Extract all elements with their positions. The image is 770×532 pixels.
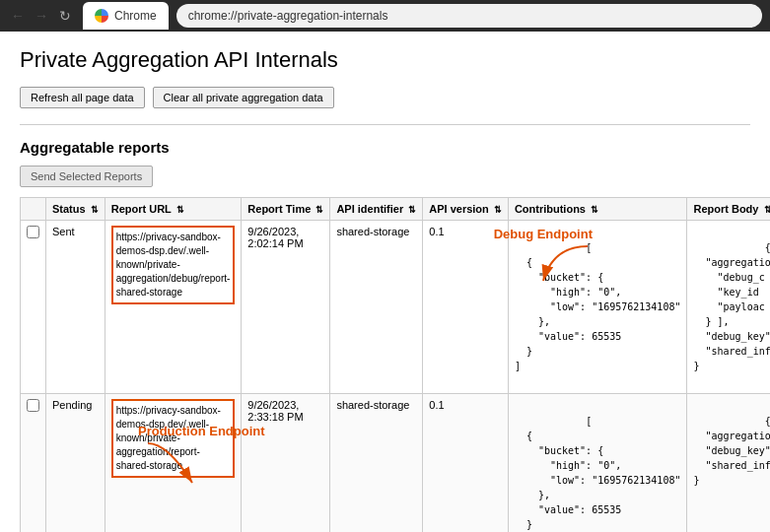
row1-contributions: [ { "bucket": { "high": "0", "low": "169… <box>508 221 687 394</box>
page-title: Private Aggregation API Internals <box>20 47 750 73</box>
row1-time: 9/26/2023, 2:02:14 PM <box>242 221 330 394</box>
reports-table-wrapper: Debug Endpoint Status ⇅ <box>20 197 750 532</box>
col-body[interactable]: Report Body ⇅ <box>687 198 770 221</box>
browser-chrome: ← → ↻ Chrome chrome://private-aggregatio… <box>0 0 770 32</box>
row1-url: https://privacy-sandbox-demos-dsp.dev/.w… <box>105 221 242 394</box>
sort-arrow-api-id: ⇅ <box>408 205 416 215</box>
row1-api-ver: 0.1 <box>423 221 509 394</box>
row2-body: { "aggregatio "debug_key" "shared_inf } <box>687 394 770 533</box>
sort-arrow-body: ⇅ <box>764 205 770 215</box>
table-row: Sent https://privacy-sandbox-demos-dsp.d… <box>21 221 771 394</box>
col-checkbox <box>21 198 46 221</box>
row2-api-ver: 0.1 <box>423 394 509 533</box>
row2-status: Pending <box>46 394 105 533</box>
sort-arrow-api-ver: ⇅ <box>494 205 502 215</box>
refresh-button[interactable]: ↻ <box>55 6 75 26</box>
tab-title: Chrome <box>114 9 157 23</box>
row2-checkbox[interactable] <box>27 399 39 412</box>
col-api-id[interactable]: API identifier ⇅ <box>330 198 423 221</box>
row1-checkbox-cell[interactable] <box>21 221 46 394</box>
sort-arrow-contributions: ⇅ <box>591 205 598 215</box>
col-contributions[interactable]: Contributions ⇅ <box>508 198 687 221</box>
col-api-ver[interactable]: API version ⇅ <box>423 198 509 221</box>
nav-buttons: ← → ↻ <box>8 6 75 26</box>
row1-body: { "aggregatio "debug_c "key_id "payloac … <box>687 221 770 394</box>
page-content: Private Aggregation API Internals Refres… <box>0 32 770 532</box>
row2-url: https://privacy-sandbox-demos-dsp.dev/.w… <box>105 394 242 533</box>
row1-url-box: https://privacy-sandbox-demos-dsp.dev/.w… <box>111 226 236 304</box>
clear-data-button[interactable]: Clear all private aggregation data <box>153 87 334 108</box>
toolbar: Refresh all page data Clear all private … <box>20 87 750 108</box>
row1-status: Sent <box>46 221 105 394</box>
back-button[interactable]: ← <box>8 6 28 26</box>
table-header-row: Status ⇅ Report URL ⇅ Report Time ⇅ API … <box>21 198 771 221</box>
row2-checkbox-cell[interactable] <box>21 394 46 533</box>
sort-arrow-url: ⇅ <box>176 205 184 215</box>
row2-url-box: https://privacy-sandbox-demos-dsp.dev/.w… <box>111 399 236 478</box>
forward-button[interactable]: → <box>32 6 51 26</box>
divider <box>20 124 750 125</box>
send-selected-button[interactable]: Send Selected Reports <box>20 166 153 187</box>
col-time[interactable]: Report Time ⇅ <box>242 198 330 221</box>
table-row: Pending https://privacy-sandbox-demos-ds… <box>21 394 771 533</box>
refresh-page-button[interactable]: Refresh all page data <box>20 87 145 108</box>
section-title: Aggregatable reports <box>20 139 750 156</box>
address-bar[interactable]: chrome://private-aggregation-internals <box>176 4 762 28</box>
sort-arrow-time: ⇅ <box>315 205 323 215</box>
reports-table: Status ⇅ Report URL ⇅ Report Time ⇅ API … <box>20 197 770 532</box>
chrome-favicon <box>95 9 108 23</box>
sort-arrow-status: ⇅ <box>91 205 99 215</box>
col-status[interactable]: Status ⇅ <box>46 198 105 221</box>
row2-api-id: shared-storage <box>330 394 423 533</box>
url-text: chrome://private-aggregation-internals <box>188 9 388 23</box>
row1-api-id: shared-storage <box>330 221 423 394</box>
browser-tab[interactable]: Chrome <box>83 2 169 30</box>
row2-time: 9/26/2023, 2:33:18 PM <box>242 394 330 533</box>
row2-contributions: [ { "bucket": { "high": "0", "low": "169… <box>508 394 687 533</box>
row1-checkbox[interactable] <box>27 226 39 238</box>
col-url[interactable]: Report URL ⇅ <box>105 198 242 221</box>
